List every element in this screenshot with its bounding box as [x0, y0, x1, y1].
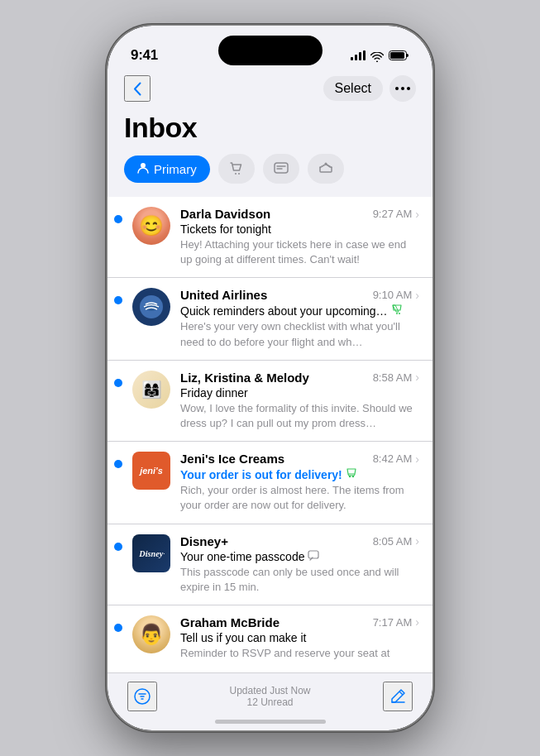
svg-rect-16	[308, 551, 318, 558]
email-time-5: 8:05 AM	[373, 535, 413, 548]
email-item-6[interactable]: 👨 Graham McBride 7:17 AM › Tell us if yo…	[108, 605, 432, 671]
avatar-darla: 😊	[132, 207, 170, 245]
svg-point-4	[407, 87, 410, 90]
email-subject-4: Your order is out for delivery!	[180, 467, 419, 481]
svg-point-11	[396, 313, 398, 314]
compose-button[interactable]	[383, 682, 413, 711]
signal-icon	[351, 50, 366, 60]
email-item-2[interactable]: United Airlines 9:10 AM › Quick reminder…	[108, 278, 432, 360]
nav-bar: Select	[108, 72, 432, 108]
svg-point-9	[324, 163, 327, 165]
email-subject-6: Tell us if you can make it	[180, 631, 419, 644]
email-header-2: United Airlines 9:10 AM ›	[180, 288, 419, 302]
bottom-toolbar: Updated Just Now 12 Unread	[108, 672, 432, 715]
unread-count: 12 Unread	[229, 696, 310, 708]
unread-dot	[114, 215, 122, 223]
email-time-row-2: 9:10 AM ›	[373, 289, 419, 302]
email-list-container: 😊 Darla Davidson 9:27 AM › Tickets for t…	[108, 197, 432, 672]
email-item-1[interactable]: 😊 Darla Davidson 9:27 AM › Tickets for t…	[108, 197, 432, 278]
email-preview-1: Hey! Attaching your tickets here in case…	[180, 237, 419, 267]
email-time-row-3: 8:58 AM ›	[373, 371, 419, 384]
updated-text: Updated Just Now	[229, 685, 310, 696]
svg-point-6	[235, 173, 237, 175]
chevron-icon-3: ›	[415, 371, 419, 384]
email-sender-3: Liz, Kristina & Melody	[180, 371, 309, 385]
wifi-icon	[370, 50, 384, 60]
battery-icon	[389, 50, 409, 60]
screen-content: 9:41	[108, 26, 432, 730]
shopping-tag-icon-4	[346, 467, 357, 481]
email-item-3[interactable]: 👩‍👩‍👧 Liz, Kristina & Melody 8:58 AM › F…	[108, 361, 432, 442]
chevron-icon-4: ›	[415, 452, 419, 466]
avatar-united	[132, 288, 170, 326]
tab-primary-label: Primary	[154, 162, 197, 176]
status-icons	[351, 50, 409, 60]
email-time-2: 9:10 AM	[373, 289, 413, 301]
email-time-row-6: 7:17 AM ›	[373, 615, 419, 629]
bottom-center-info: Updated Just Now 12 Unread	[229, 685, 310, 708]
svg-point-3	[401, 87, 404, 90]
person-icon	[137, 162, 149, 176]
tab-messages[interactable]	[263, 154, 299, 184]
unread-dot-4	[114, 460, 122, 468]
avatar-graham: 👨	[132, 615, 170, 653]
email-sender-6: Graham McBride	[180, 615, 280, 629]
email-content-1: Darla Davidson 9:27 AM › Tickets for ton…	[180, 207, 419, 267]
status-time: 9:41	[131, 47, 158, 64]
select-button[interactable]: Select	[323, 76, 383, 101]
email-content-6: Graham McBride 7:17 AM › Tell us if you …	[180, 615, 419, 661]
email-content-2: United Airlines 9:10 AM › Quick reminder…	[180, 288, 419, 349]
back-button[interactable]	[124, 75, 151, 102]
avatar-liz: 👩‍👩‍👧	[132, 371, 170, 409]
email-time-6: 7:17 AM	[373, 616, 413, 629]
email-header-6: Graham McBride 7:17 AM ›	[180, 615, 419, 629]
avatar-jenis: jeni's	[132, 452, 170, 490]
email-subject-2: Quick reminders about your upcoming…	[180, 304, 419, 318]
email-list: 😊 Darla Davidson 9:27 AM › Tickets for t…	[108, 197, 432, 671]
more-button[interactable]	[389, 75, 416, 102]
email-time-row-1: 9:27 AM ›	[373, 208, 419, 221]
email-item-4[interactable]: jeni's Jeni's Ice Creams 8:42 AM › Your	[108, 442, 432, 524]
svg-point-12	[399, 313, 400, 314]
avatar-disney: Disney+	[132, 534, 170, 572]
phone-frame: 9:41	[108, 26, 432, 730]
chevron-icon-6: ›	[415, 615, 419, 629]
svg-point-7	[238, 173, 240, 175]
filter-tabs: Primary	[108, 154, 432, 197]
unread-dot-2	[114, 296, 122, 304]
email-header-3: Liz, Kristina & Melody 8:58 AM ›	[180, 371, 419, 385]
phone-screen: 9:41	[108, 26, 432, 730]
email-preview-6: Reminder to RSVP and reserve your seat a…	[180, 646, 419, 661]
shopping-tag-icon-2	[391, 304, 403, 318]
email-item-5[interactable]: Disney+ Disney+ 8:05 AM ›	[108, 524, 432, 605]
email-sender-1: Darla Davidson	[180, 207, 270, 221]
email-sender-2: United Airlines	[180, 288, 267, 302]
message-tag-icon-5	[308, 550, 319, 563]
email-time-row-4: 8:42 AM ›	[373, 452, 419, 466]
email-sender-5: Disney+	[180, 534, 228, 548]
email-preview-5: This passcode can only be used once and …	[180, 565, 419, 595]
tab-primary[interactable]: Primary	[124, 156, 210, 183]
unread-dot-5	[114, 543, 122, 551]
email-content-5: Disney+ 8:05 AM › Your one-time passcode	[180, 534, 419, 595]
email-subject-5: Your one-time passcode	[180, 550, 419, 563]
email-subject-1: Tickets for tonight	[180, 222, 419, 236]
email-time-1: 9:27 AM	[373, 208, 413, 220]
nav-actions: Select	[323, 75, 416, 102]
email-subject-3: Friday dinner	[180, 386, 419, 400]
svg-rect-1	[390, 52, 404, 59]
tab-shopping[interactable]	[218, 154, 255, 184]
filter-button[interactable]	[127, 682, 157, 711]
email-time-3: 8:58 AM	[373, 371, 413, 384]
chevron-icon-2: ›	[415, 289, 419, 302]
email-preview-4: Rich, your order is almost here. The ite…	[180, 483, 419, 513]
svg-rect-8	[275, 163, 288, 173]
unread-dot-3	[114, 379, 122, 387]
svg-point-2	[395, 87, 399, 90]
email-content-4: Jeni's Ice Creams 8:42 AM › Your order i…	[180, 452, 419, 513]
tab-promo[interactable]	[308, 154, 344, 184]
svg-text:Disney+: Disney+	[138, 548, 165, 557]
email-content-3: Liz, Kristina & Melody 8:58 AM › Friday …	[180, 371, 419, 431]
chevron-icon-1: ›	[415, 208, 419, 221]
email-time-4: 8:42 AM	[373, 452, 413, 465]
